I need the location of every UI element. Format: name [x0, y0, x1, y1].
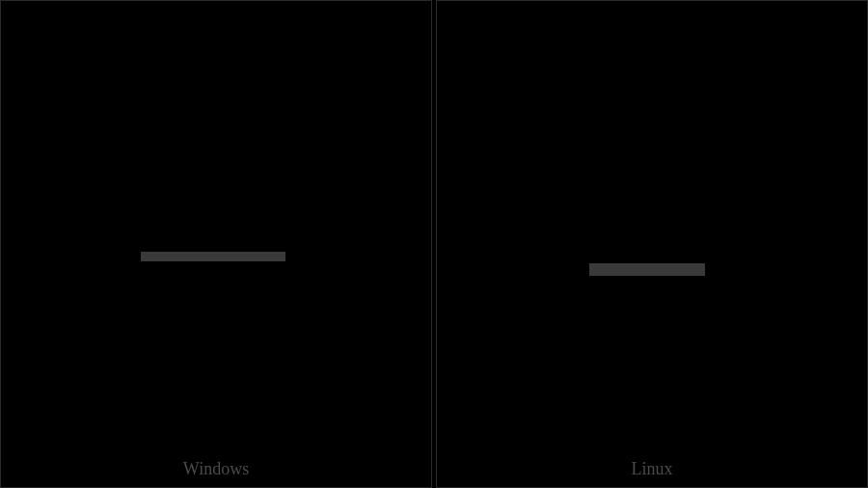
panel-linux: Linux: [436, 0, 868, 488]
os-label-linux: Linux: [437, 459, 867, 479]
panel-windows: Windows: [0, 0, 432, 488]
glyph-dash: [141, 252, 285, 261]
os-label-windows: Windows: [1, 459, 431, 479]
glyph-dash: [589, 263, 705, 276]
